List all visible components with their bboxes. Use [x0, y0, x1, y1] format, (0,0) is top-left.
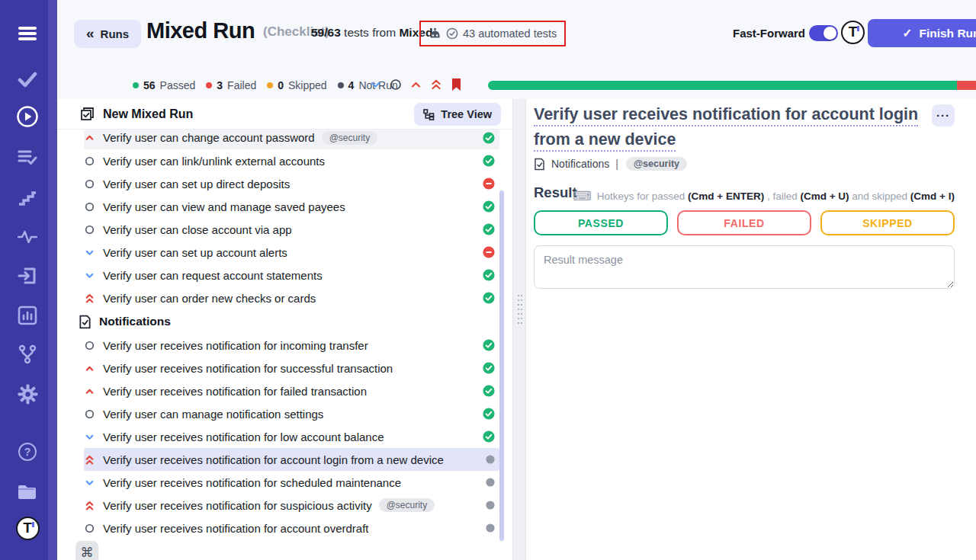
bookmark-filter-icon[interactable] — [451, 78, 462, 91]
result-passed-button[interactable]: PASSED — [534, 210, 668, 235]
circle-filter-icon[interactable] — [390, 78, 402, 91]
test-row[interactable]: Verify user receives notification for su… — [84, 357, 499, 379]
result-skipped-button[interactable]: SKIPPED — [820, 210, 955, 235]
test-detail-title: Verify user receives notification for ac… — [534, 102, 927, 152]
test-row[interactable]: Verify user can manage notification sett… — [84, 402, 499, 425]
stat-value: 56 — [143, 79, 156, 91]
list-scrollbar[interactable] — [499, 190, 504, 541]
test-row[interactable]: Verify user can view and manage saved pa… — [84, 195, 499, 218]
detail-breadcrumb: Notifications | @security — [534, 157, 687, 171]
tests-check-icon[interactable] — [15, 67, 40, 91]
test-title: Verify user can manage notification sett… — [103, 408, 323, 421]
double-chevron-up-filter-icon[interactable] — [430, 78, 442, 91]
priority-none-icon — [84, 202, 95, 212]
tree-view-button[interactable]: Tree View — [414, 103, 501, 126]
automated-tests-label: 43 automated tests — [463, 27, 557, 40]
test-row[interactable]: Verify user can change account password@… — [84, 130, 499, 149]
priority-up-icon — [84, 386, 95, 396]
stat-skipped: 0Skipped — [267, 79, 326, 91]
run-counts: 59/63 tests from Mixed — [311, 26, 432, 40]
status-passed-icon — [483, 132, 495, 144]
test-row[interactable]: Verify user receives notification for fa… — [84, 379, 499, 402]
header-logo[interactable]: T — [841, 21, 865, 44]
priority-none-icon — [84, 225, 95, 235]
status-passed-icon — [483, 155, 495, 167]
test-row[interactable]: Verify user receives notification for su… — [84, 494, 499, 517]
top-header: « Runs Mixed Run (Checklist) 59/63 tests… — [57, 0, 976, 99]
priority-none-icon — [84, 409, 95, 419]
help-icon[interactable]: ? — [15, 440, 40, 464]
stat-dot-icon — [267, 82, 273, 88]
test-list-body: Verify user can change account password@… — [57, 130, 512, 560]
test-title: Verify user receives notification for fa… — [103, 385, 367, 398]
test-row[interactable]: Verify user can set up account alerts — [84, 241, 499, 264]
tag-badge[interactable]: @security — [626, 157, 687, 171]
priority-down-icon — [84, 432, 95, 442]
status-notrun-icon — [486, 501, 495, 510]
test-row[interactable]: Verify user receives notification for lo… — [84, 425, 499, 448]
run-play-icon[interactable] — [15, 104, 40, 129]
chevron-down-filter-icon[interactable] — [370, 80, 381, 89]
check-icon: ✓ — [902, 27, 912, 40]
test-title: Verify user can view and manage saved pa… — [103, 200, 345, 213]
stat-label: Failed — [227, 79, 256, 91]
stat-value: 4 — [348, 79, 355, 91]
stat-dot-icon — [206, 82, 212, 88]
automated-tests-annotation-box: 43 automated tests — [419, 21, 566, 46]
priority-up-icon — [84, 363, 95, 373]
back-to-runs-label: Runs — [101, 27, 130, 40]
test-row[interactable]: Verify user can order new checks or card… — [84, 286, 499, 309]
command-shortcut-button[interactable]: ⌘ — [75, 541, 98, 560]
result-heading: Result — [534, 184, 577, 201]
test-plans-icon[interactable] — [15, 146, 40, 170]
run-progress-bar — [488, 81, 976, 90]
test-title: Verify user receives notification for in… — [103, 339, 368, 352]
test-row[interactable]: Verify user receives notification for sc… — [84, 471, 499, 494]
result-message-input[interactable] — [534, 245, 955, 289]
test-row[interactable]: Verify user can link/unlink external acc… — [84, 149, 499, 172]
stat-label: Skipped — [288, 79, 327, 91]
priority-double-up-icon — [84, 454, 95, 466]
test-row[interactable]: Verify user receives notification for in… — [84, 334, 499, 357]
list-header: New Mixed Run Tree View — [57, 99, 512, 130]
test-row[interactable]: Verify user receives notification for ac… — [84, 517, 499, 539]
app-logo[interactable]: T — [15, 516, 40, 540]
panel-resize-divider[interactable] — [512, 99, 526, 560]
result-failed-button[interactable]: FAILED — [677, 210, 811, 235]
menu-icon[interactable] — [15, 21, 40, 46]
automated-check-icon — [446, 27, 458, 40]
settings-gear-icon[interactable] — [15, 382, 40, 406]
test-title: Verify user receives notification for lo… — [103, 430, 384, 443]
run-title: Mixed Run — [146, 18, 255, 43]
fast-forward-toggle[interactable] — [809, 25, 838, 41]
test-row[interactable]: Verify user receives notification for ac… — [84, 448, 499, 471]
chevron-up-filter-icon[interactable] — [410, 80, 422, 89]
tag-badge[interactable]: @security — [322, 131, 378, 145]
finish-run-button[interactable]: ✓ Finish Run — [868, 19, 976, 47]
status-passed-icon — [483, 385, 495, 397]
more-options-button[interactable]: ··· — [932, 104, 955, 126]
status-failed-icon — [483, 178, 495, 190]
analytics-icon[interactable] — [15, 303, 40, 328]
test-row[interactable]: Verify user can close account via app — [84, 218, 499, 241]
projects-folder-icon[interactable] — [15, 479, 40, 504]
back-to-runs-button[interactable]: « Runs — [74, 20, 141, 48]
logo-tick — [32, 522, 34, 527]
command-icon: ⌘ — [81, 545, 94, 560]
priority-none-icon — [84, 179, 95, 189]
test-title: Verify user can request account statemen… — [103, 269, 323, 282]
priority-double-up-icon — [84, 500, 95, 511]
status-passed-icon — [483, 200, 495, 213]
import-icon[interactable] — [15, 264, 40, 288]
pulse-icon[interactable] — [15, 225, 40, 249]
progress-segment — [488, 81, 957, 90]
test-row[interactable]: Verify user can set up direct deposits — [84, 172, 499, 195]
suite-breadcrumb-label[interactable]: Notifications — [551, 158, 609, 170]
test-row[interactable]: Verify user can request account statemen… — [84, 264, 499, 286]
suite-section-header[interactable]: Notifications — [79, 309, 512, 334]
status-failed-icon — [483, 246, 495, 258]
steps-icon[interactable] — [15, 185, 40, 210]
tag-badge[interactable]: @security — [379, 498, 435, 512]
app-sidebar: ? T — [0, 0, 57, 560]
branch-icon[interactable] — [15, 342, 40, 366]
